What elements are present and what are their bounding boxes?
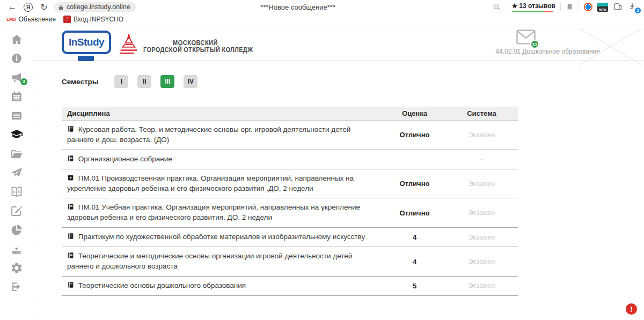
system-value: - <box>445 155 518 163</box>
download-count-badge: 2 <box>635 8 641 13</box>
book-icon <box>67 233 74 240</box>
system-value: Экзамен <box>445 234 518 241</box>
back-icon[interactable]: ← <box>5 2 19 12</box>
reviews-count: 13 отзывов <box>519 2 555 10</box>
main-content: InStudy МОСКОВСКИЙ ГОРОДСКОЙ ОТКРЫТЫЙ КО… <box>33 25 644 320</box>
reviews-rating-bar <box>512 11 553 12</box>
sidebar-item-announcements[interactable]: 3 <box>8 68 26 87</box>
semester-button-II[interactable]: II <box>137 75 151 88</box>
semesters-label: Семестры <box>62 78 98 86</box>
divider <box>560 3 561 11</box>
discipline-title: Практикум по художественной обработке ма… <box>62 232 384 242</box>
refresh-icon[interactable]: ↻ <box>37 2 51 12</box>
sidebar-item-statistics[interactable] <box>8 220 26 240</box>
sidebar-item-downloads[interactable] <box>8 240 26 259</box>
sidebar-item-settings[interactable] <box>8 258 26 278</box>
page-header: InStudy МОСКОВСКИЙ ГОРОДСКОЙ ОТКРЫТЫЙ КО… <box>33 25 644 61</box>
grade-value: 4 <box>384 258 445 266</box>
bookmark-flag-icon[interactable] <box>566 3 574 11</box>
grade-value: - <box>384 155 445 163</box>
grade-value: Отлично <box>384 209 445 217</box>
table-row[interactable]: Организационное собрание-- <box>62 150 518 169</box>
star-icon: ★ <box>512 2 518 10</box>
address-bar[interactable]: college.instudy.online <box>54 2 136 12</box>
discipline-title: Теоретические и методические основы орга… <box>62 251 384 272</box>
logo-monitor-stand <box>78 56 94 61</box>
book-icon <box>67 281 74 288</box>
downloads-button[interactable]: 2 <box>628 2 639 12</box>
sidebar-item-home[interactable] <box>8 30 26 49</box>
list-icon <box>10 109 23 122</box>
grades-table: Дисциплина Оценка Система Курсовая работ… <box>62 107 518 296</box>
error-notification-icon[interactable]: ! <box>626 303 637 315</box>
sidebar-item-calendar[interactable] <box>8 87 26 107</box>
graduation-cap-icon <box>10 128 23 141</box>
grade-value: Отлично <box>384 180 445 188</box>
book-icon <box>67 252 74 259</box>
semester-button-IV[interactable]: IV <box>184 75 197 88</box>
new-extension-icon[interactable]: NEW <box>597 3 608 12</box>
page-title: ***Новое сообщение*** <box>136 3 493 11</box>
grade-value: 4 <box>384 233 445 241</box>
table-row[interactable]: ПМ.01 Производственная практика. Организ… <box>62 169 518 199</box>
table-row[interactable]: Практикум по художественной обработке ма… <box>62 228 518 247</box>
sidebar-item-info[interactable] <box>8 49 26 69</box>
column-system: Система <box>445 109 518 117</box>
table-header: Дисциплина Оценка Система <box>62 107 518 121</box>
college-logo: МОСКОВСКИЙ ГОРОДСКОЙ ОТКРЫТЫЙ КОЛЛЕДЖ <box>119 33 253 59</box>
bookmarks-bar: LMS Объявления Вход.INPSYCHO <box>0 14 644 25</box>
translate-icon: Aя <box>10 185 23 198</box>
play-icon <box>67 174 74 181</box>
collections-icon[interactable] <box>613 2 623 12</box>
table-row[interactable]: Теоретические основы дошкольного образов… <box>62 277 518 296</box>
bookmark-lms[interactable]: LMS Объявления <box>4 16 58 23</box>
semester-button-I[interactable]: I <box>114 75 128 88</box>
download-icon <box>10 242 23 255</box>
discipline-title: ПМ.01 Учебная практика. Организация меро… <box>62 203 384 223</box>
system-value: Экзамен <box>445 209 518 217</box>
system-value: Экзамен <box>445 282 518 289</box>
table-row[interactable]: Курсовая работа. Теор. и методические ос… <box>62 121 518 150</box>
logout-icon <box>10 280 23 293</box>
gear-icon <box>10 262 23 274</box>
mail-button[interactable]: 11 <box>516 29 536 46</box>
svg-text:я: я <box>13 189 15 193</box>
url-text: college.instudy.online <box>67 3 130 11</box>
discipline-title: Теоретические основы дошкольного образов… <box>62 281 384 291</box>
table-row[interactable]: Теоретические и методические основы орга… <box>62 247 518 277</box>
system-value: Экзамен <box>445 258 518 265</box>
reviews-widget[interactable]: ★13 отзывов <box>512 2 556 12</box>
college-name: МОСКОВСКИЙ ГОРОДСКОЙ ОТКРЫТЫЙ КОЛЛЕДЖ <box>143 39 253 54</box>
lock-icon <box>58 4 64 11</box>
inpsycho-icon <box>63 16 71 23</box>
sidebar-item-messages[interactable] <box>8 163 26 183</box>
sidebar-item-edit[interactable] <box>8 202 26 221</box>
pie-chart-icon <box>10 224 23 236</box>
bookmark-inpsycho[interactable]: Вход.INPSYCHO <box>61 16 126 23</box>
grade-value: Отлично <box>384 131 445 139</box>
sidebar-item-translate[interactable]: Aя <box>8 182 26 202</box>
discipline-title: Организационное собрание <box>62 154 384 165</box>
semester-button-III[interactable]: III <box>160 75 174 88</box>
app-window: ← Я ↻ college.instudy.online ***Новое со… <box>0 0 644 320</box>
book-icon <box>67 203 74 210</box>
sidebar-item-education[interactable] <box>8 125 26 145</box>
table-row[interactable]: ПМ.01 Учебная практика. Организация меро… <box>62 198 518 228</box>
divider <box>507 3 507 11</box>
book-icon <box>67 155 74 162</box>
folder-icon <box>10 147 23 160</box>
zoom-out-icon[interactable] <box>493 3 502 12</box>
yandex-browser-icon[interactable]: Я <box>24 3 33 12</box>
column-grade: Оценка <box>384 109 445 117</box>
instudy-logo[interactable]: InStudy <box>62 31 111 54</box>
sidebar-item-logout[interactable] <box>8 278 26 297</box>
discipline-title: Курсовая работа. Теор. и методические ос… <box>62 125 384 145</box>
divider <box>579 3 579 11</box>
sidebar-item-journal[interactable] <box>8 106 26 125</box>
browser-extension-icon[interactable] <box>584 3 592 11</box>
kremlin-tower-icon <box>119 33 139 59</box>
close-icon[interactable] <box>577 27 644 66</box>
svg-text:A: A <box>17 189 20 193</box>
home-icon <box>10 33 23 46</box>
sidebar-item-materials[interactable] <box>8 144 26 163</box>
